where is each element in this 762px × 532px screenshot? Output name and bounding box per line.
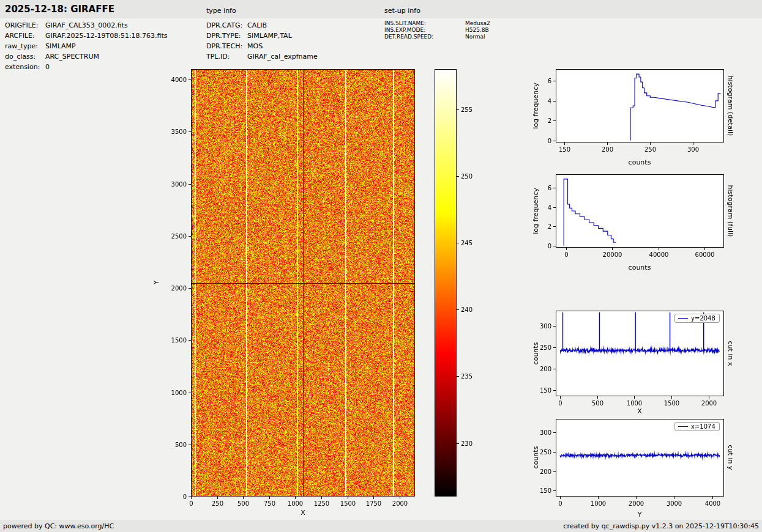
info-value: GIRAF.2025-12-19T08:51:18.763.fits bbox=[45, 31, 168, 41]
hist-detail-side-label: histogram (detail) bbox=[726, 69, 734, 142]
hist-full-canvas bbox=[525, 169, 733, 264]
type-info-heading: type info bbox=[206, 7, 236, 15]
cut-x-legend-label: y=2048 bbox=[691, 315, 715, 322]
main-x-axis-label: X bbox=[285, 509, 321, 517]
cut-y-legend: x=1074 bbox=[674, 422, 720, 431]
setup-info-row: DET.READ.SPEED:Normal bbox=[384, 34, 490, 40]
info-value: SIMLAMP bbox=[45, 41, 76, 51]
info-label: extension: bbox=[5, 62, 45, 72]
hist-full-side-label: histogram (full) bbox=[726, 174, 734, 248]
info-value: H525.8B bbox=[465, 27, 489, 34]
info-value: GIRAF_cal_expfname bbox=[247, 51, 318, 62]
info-value: SIMLAMP,TAL bbox=[247, 31, 292, 41]
type-info-row: DPR.CATG:CALIB bbox=[206, 20, 318, 31]
info-value: 0 bbox=[45, 62, 50, 72]
hist-detail-canvas bbox=[525, 64, 733, 159]
cut-x-y-label: counts bbox=[532, 317, 540, 390]
info-label: do_class: bbox=[5, 51, 45, 62]
info-value: Medusa2 bbox=[465, 20, 490, 27]
type-info-row: DPR.TYPE:SIMLAMP,TAL bbox=[206, 31, 318, 41]
file-info-row: ORIGFILE:GIRAF_CAL353_0002.fits bbox=[5, 20, 168, 31]
info-label: DET.READ.SPEED: bbox=[384, 34, 465, 40]
info-label: DPR.TYPE: bbox=[206, 31, 247, 41]
main-y-axis-label: Y bbox=[152, 246, 161, 319]
info-value: ARC_SPECTRUM bbox=[45, 51, 99, 62]
cut-x-legend: y=2048 bbox=[674, 314, 720, 323]
info-label: raw_type: bbox=[5, 41, 45, 51]
setup-info-block: INS.SLIT.NAME:Medusa2 INS.EXP.MODE:H525.… bbox=[384, 20, 490, 40]
cut-x-side-label: cut in x bbox=[726, 317, 734, 390]
colorbar-canvas bbox=[435, 64, 490, 529]
setup-info-row: INS.SLIT.NAME:Medusa2 bbox=[384, 20, 490, 27]
file-info-row: extension:0 bbox=[5, 62, 168, 72]
cut-y-side-label: cut in y bbox=[726, 421, 734, 494]
raw-image-canvas bbox=[147, 64, 435, 529]
cut-y-y-label: counts bbox=[532, 421, 540, 494]
footer-right-text: created by qc_rawdisp.py v1.2.3 on 2025-… bbox=[563, 522, 759, 530]
footer-left-text: powered by QC: www.eso.org/HC bbox=[3, 522, 114, 530]
cut-x-x-label: X bbox=[621, 407, 658, 416]
setup-info-row: INS.EXP.MODE:H525.8B bbox=[384, 27, 490, 34]
setup-info-heading: set-up info bbox=[384, 7, 420, 15]
cut-y-x-label: Y bbox=[621, 511, 658, 519]
info-label: DPR.TECH: bbox=[206, 41, 247, 51]
info-label: INS.SLIT.NAME: bbox=[384, 20, 465, 27]
info-value: GIRAF_CAL353_0002.fits bbox=[45, 20, 128, 31]
info-label: INS.EXP.MODE: bbox=[384, 27, 465, 34]
hist-detail-x-label: counts bbox=[615, 158, 664, 167]
type-info-row: TPL.ID:GIRAF_cal_expfname bbox=[206, 51, 318, 62]
info-label: ARCFILE: bbox=[5, 31, 45, 41]
hist-full-x-label: counts bbox=[615, 264, 664, 272]
info-value: CALIB bbox=[247, 20, 267, 31]
file-info-row: ARCFILE:GIRAF.2025-12-19T08:51:18.763.fi… bbox=[5, 31, 168, 41]
page-title: 2025-12-18: GIRAFFE bbox=[5, 4, 114, 15]
hist-detail-y-label: log frequency bbox=[532, 69, 540, 142]
hist-full-y-label: log frequency bbox=[532, 174, 540, 248]
type-info-block: DPR.CATG:CALIB DPR.TYPE:SIMLAMP,TAL DPR.… bbox=[206, 20, 318, 62]
file-info-row: raw_type:SIMLAMP bbox=[5, 41, 168, 51]
info-label: TPL.ID: bbox=[206, 51, 247, 62]
info-label: DPR.CATG: bbox=[206, 20, 247, 31]
type-info-row: DPR.TECH:MOS bbox=[206, 41, 318, 51]
info-value: MOS bbox=[247, 41, 263, 51]
qc-report-page: 2025-12-18: GIRAFFE type info set-up inf… bbox=[0, 0, 762, 532]
file-info-block: ORIGFILE:GIRAF_CAL353_0002.fits ARCFILE:… bbox=[5, 20, 168, 72]
info-label: ORIGFILE: bbox=[5, 20, 45, 31]
info-value: Normal bbox=[465, 34, 485, 40]
file-info-row: do_class:ARC_SPECTRUM bbox=[5, 51, 168, 62]
legend-line-icon bbox=[678, 426, 688, 427]
legend-line-icon bbox=[678, 318, 688, 319]
footer-bar: powered by QC: www.eso.org/HC created by… bbox=[0, 520, 762, 532]
cut-y-legend-label: x=1074 bbox=[691, 423, 715, 430]
